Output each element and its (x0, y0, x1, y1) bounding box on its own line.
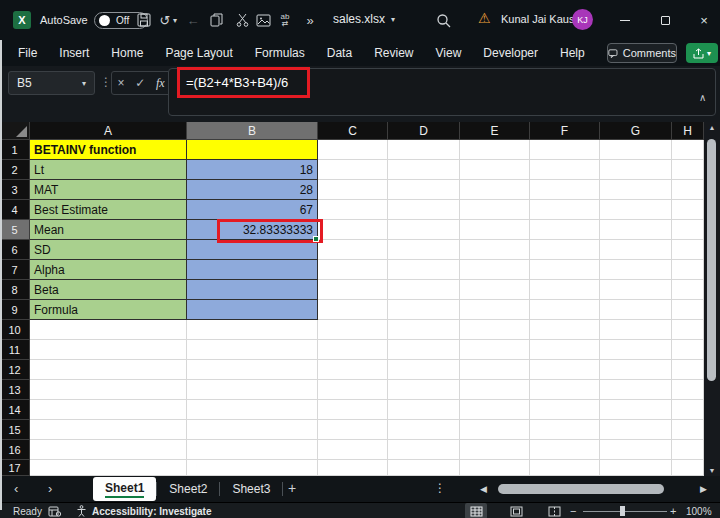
cell-G17[interactable] (600, 460, 672, 476)
cell-C3[interactable] (318, 180, 388, 200)
sheet-tab-sheet1[interactable]: Sheet1 (93, 477, 156, 501)
cell-H3[interactable] (672, 180, 704, 200)
tab-formulas[interactable]: Formulas (244, 46, 316, 60)
tab-data[interactable]: Data (316, 46, 363, 60)
prev-sheet-icon[interactable]: ‹ (14, 481, 18, 496)
row-header-17[interactable]: 17 (0, 460, 30, 476)
cell-B14[interactable] (187, 400, 318, 420)
cell-B16[interactable] (187, 440, 318, 460)
cell-E10[interactable] (460, 320, 530, 340)
cell-A1[interactable]: BETAINV function (30, 140, 187, 160)
cell-G4[interactable] (600, 200, 672, 220)
cell-G12[interactable] (600, 360, 672, 380)
row-header-4[interactable]: 4 (0, 200, 30, 220)
row-header-2[interactable]: 2 (0, 160, 30, 180)
row-header-14[interactable]: 14 (0, 400, 30, 420)
cell-E9[interactable] (460, 300, 530, 320)
cell-F11[interactable] (530, 340, 600, 360)
vertical-scroll-thumb[interactable] (707, 139, 716, 381)
cell-A3[interactable]: MAT (30, 180, 187, 200)
cell-E17[interactable] (460, 460, 530, 476)
row-header-6[interactable]: 6 (0, 240, 30, 260)
maximize-button[interactable] (656, 12, 674, 28)
cell-H9[interactable] (672, 300, 704, 320)
cell-E11[interactable] (460, 340, 530, 360)
cell-D8[interactable] (388, 280, 460, 300)
cell-C13[interactable] (318, 380, 388, 400)
cell-F16[interactable] (530, 440, 600, 460)
row-header-13[interactable]: 13 (0, 380, 30, 400)
cell-F4[interactable] (530, 200, 600, 220)
name-box[interactable]: B5 ▾ (8, 71, 95, 95)
zoom-out-icon[interactable]: − (570, 503, 576, 518)
cell-A6[interactable]: SD (30, 240, 187, 260)
cell-D12[interactable] (388, 360, 460, 380)
cut-icon[interactable] (232, 10, 252, 30)
cell-F6[interactable] (530, 240, 600, 260)
cell-A10[interactable] (30, 320, 187, 340)
cell-C12[interactable] (318, 360, 388, 380)
cell-E2[interactable] (460, 160, 530, 180)
cancel-icon[interactable]: × (117, 76, 124, 90)
macro-record-icon[interactable] (48, 503, 61, 518)
cell-G10[interactable] (600, 320, 672, 340)
tab-view[interactable]: View (425, 46, 473, 60)
cell-H16[interactable] (672, 440, 704, 460)
cell-G8[interactable] (600, 280, 672, 300)
cell-D4[interactable] (388, 200, 460, 220)
cell-C15[interactable] (318, 420, 388, 440)
cell-G15[interactable] (600, 420, 672, 440)
cell-C6[interactable] (318, 240, 388, 260)
accessibility-status[interactable]: Accessibility: Investigate (92, 503, 212, 518)
cell-G11[interactable] (600, 340, 672, 360)
cell-B8[interactable] (187, 280, 318, 300)
cell-E6[interactable] (460, 240, 530, 260)
row-header-15[interactable]: 15 (0, 420, 30, 440)
cell-G7[interactable] (600, 260, 672, 280)
cell-E13[interactable] (460, 380, 530, 400)
tab-page-layout[interactable]: Page Layout (154, 46, 243, 60)
sheet-tab-sheet3[interactable]: Sheet3 (220, 476, 282, 502)
column-header-B[interactable]: B (187, 122, 318, 140)
row-header-12[interactable]: 12 (0, 360, 30, 380)
cell-D6[interactable] (388, 240, 460, 260)
row-header-16[interactable]: 16 (0, 440, 30, 460)
cell-H17[interactable] (672, 460, 704, 476)
cell-H11[interactable] (672, 340, 704, 360)
cell-F14[interactable] (530, 400, 600, 420)
cell-E14[interactable] (460, 400, 530, 420)
zoom-level[interactable]: 100% (686, 503, 712, 518)
cell-H13[interactable] (672, 380, 704, 400)
column-header-A[interactable]: A (30, 122, 187, 140)
cell-H4[interactable] (672, 200, 704, 220)
tab-help[interactable]: Help (549, 46, 596, 60)
row-header-10[interactable]: 10 (0, 320, 30, 340)
cell-C2[interactable] (318, 160, 388, 180)
add-sheet-icon[interactable]: + (288, 480, 296, 496)
column-header-D[interactable]: D (388, 122, 460, 140)
cell-B6[interactable] (187, 240, 318, 260)
cell-A4[interactable]: Best Estimate (30, 200, 187, 220)
hscroll-right-icon[interactable]: ▶ (700, 484, 707, 494)
cell-D16[interactable] (388, 440, 460, 460)
cell-F17[interactable] (530, 460, 600, 476)
cell-D14[interactable] (388, 400, 460, 420)
column-header-C[interactable]: C (318, 122, 388, 140)
column-header-E[interactable]: E (460, 122, 530, 140)
tab-developer[interactable]: Developer (472, 46, 549, 60)
cell-A14[interactable] (30, 400, 187, 420)
cell-F1[interactable] (530, 140, 600, 160)
cell-G6[interactable] (600, 240, 672, 260)
cell-B2[interactable]: 18 (187, 160, 318, 180)
cell-G14[interactable] (600, 400, 672, 420)
page-layout-view-icon[interactable] (505, 503, 527, 518)
cell-C9[interactable] (318, 300, 388, 320)
cell-D2[interactable] (388, 160, 460, 180)
cell-H2[interactable] (672, 160, 704, 180)
cell-A13[interactable] (30, 380, 187, 400)
cell-B4[interactable]: 67 (187, 200, 318, 220)
cell-D11[interactable] (388, 340, 460, 360)
cell-D13[interactable] (388, 380, 460, 400)
cell-H8[interactable] (672, 280, 704, 300)
cell-G9[interactable] (600, 300, 672, 320)
